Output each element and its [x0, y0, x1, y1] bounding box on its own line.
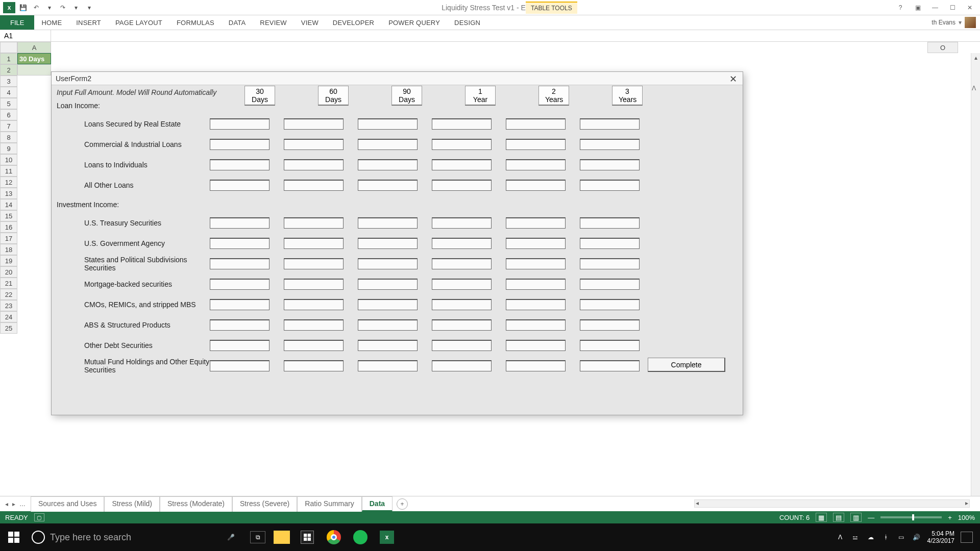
task-view-icon[interactable]: ⧉	[250, 531, 265, 543]
amount-input[interactable]	[580, 299, 640, 310]
user-name[interactable]: th Evans	[932, 19, 955, 26]
row-header[interactable]: 23	[0, 300, 17, 311]
row-header[interactable]: 19	[0, 255, 17, 266]
action-center-icon[interactable]	[961, 532, 973, 543]
amount-input[interactable]	[358, 299, 418, 310]
amount-input[interactable]	[432, 180, 492, 191]
row-header[interactable]: 10	[0, 154, 17, 165]
user-avatar[interactable]	[965, 17, 976, 28]
amount-input[interactable]	[432, 340, 492, 351]
collapse-ribbon-icon[interactable]: ᐱ	[969, 84, 978, 93]
amount-input[interactable]	[506, 299, 566, 310]
row-header[interactable]: 2	[0, 64, 17, 76]
row-header[interactable]: 7	[0, 120, 17, 132]
bluetooth-icon[interactable]: ᚼ	[881, 533, 891, 542]
zoom-out-icon[interactable]: —	[868, 514, 874, 521]
sheet-tab[interactable]: Stress (Moderate)	[160, 496, 232, 512]
amount-input[interactable]	[580, 319, 640, 331]
volume-icon[interactable]: 🔊	[912, 533, 921, 542]
amount-input[interactable]	[580, 118, 640, 130]
sheet-tab[interactable]: Ratio Summary	[297, 496, 361, 512]
amount-input[interactable]	[284, 360, 344, 371]
amount-input[interactable]	[358, 238, 418, 249]
start-button[interactable]	[0, 523, 28, 551]
amount-input[interactable]	[210, 238, 270, 249]
hscroll-left-icon[interactable]: ◂	[696, 499, 699, 507]
ribbon-tab-data[interactable]: DATA	[222, 16, 253, 30]
help-icon[interactable]: ?	[893, 2, 908, 13]
amount-input[interactable]	[210, 340, 270, 351]
amount-input[interactable]	[210, 159, 270, 170]
ribbon-tab-insert[interactable]: INSERT	[69, 16, 108, 30]
amount-input[interactable]	[432, 319, 492, 331]
zoom-level[interactable]: 100%	[958, 514, 975, 521]
select-all-corner[interactable]	[0, 42, 17, 53]
store-icon[interactable]	[298, 528, 316, 546]
scroll-up-icon[interactable]: ▴	[971, 53, 980, 62]
row-header[interactable]: 9	[0, 143, 17, 154]
tab-nav-menu-icon[interactable]: …	[19, 500, 26, 508]
amount-input[interactable]	[210, 279, 270, 290]
ribbon-tab-formulas[interactable]: FORMULAS	[169, 16, 222, 30]
row-header[interactable]: 15	[0, 210, 17, 221]
amount-input[interactable]	[284, 139, 344, 150]
amount-input[interactable]	[358, 159, 418, 170]
column-header-o[interactable]: O	[927, 42, 958, 53]
add-sheet-icon[interactable]: +	[397, 498, 408, 510]
amount-input[interactable]	[358, 180, 418, 191]
amount-input[interactable]	[284, 238, 344, 249]
row-header[interactable]: 18	[0, 244, 17, 255]
amount-input[interactable]	[284, 159, 344, 170]
row-header[interactable]: 8	[0, 132, 17, 143]
amount-input[interactable]	[432, 159, 492, 170]
amount-input[interactable]	[580, 340, 640, 351]
spotify-icon[interactable]	[351, 528, 370, 546]
ribbon-tab-pagelayout[interactable]: PAGE LAYOUT	[108, 16, 169, 30]
redo-icon[interactable]: ↷	[57, 2, 68, 13]
vertical-scrollbar[interactable]: ▴	[971, 53, 980, 496]
tab-nav-prev-icon[interactable]: ◂	[5, 500, 8, 508]
view-pagebreak-icon[interactable]: ▥	[850, 513, 862, 522]
amount-input[interactable]	[284, 217, 344, 229]
file-tab[interactable]: FILE	[0, 15, 34, 30]
amount-input[interactable]	[284, 258, 344, 269]
amount-input[interactable]	[284, 319, 344, 331]
onedrive-icon[interactable]: ☁	[866, 533, 875, 542]
worksheet-area[interactable]: A O 123456789101112131415161718192021222…	[0, 42, 980, 496]
ribbon-display-icon[interactable]: ▣	[911, 2, 925, 13]
amount-input[interactable]	[432, 279, 492, 290]
ribbon-tab-powerquery[interactable]: POWER QUERY	[381, 16, 447, 30]
amount-input[interactable]	[284, 279, 344, 290]
redo-menu-icon[interactable]: ▾	[70, 2, 82, 13]
amount-input[interactable]	[358, 217, 418, 229]
hscroll-right-icon[interactable]: ▸	[965, 499, 968, 507]
horizontal-scrollbar[interactable]: ◂ ▸	[694, 499, 970, 508]
amount-input[interactable]	[284, 118, 344, 130]
view-normal-icon[interactable]: ▦	[816, 513, 827, 522]
ribbon-tab-developer[interactable]: DEVELOPER	[326, 16, 381, 30]
zoom-slider[interactable]	[880, 516, 942, 518]
cell-a2[interactable]	[17, 64, 51, 76]
amount-input[interactable]	[580, 139, 640, 150]
amount-input[interactable]	[506, 238, 566, 249]
minimize-icon[interactable]: —	[928, 2, 942, 13]
amount-input[interactable]	[580, 258, 640, 269]
ribbon-tab-design[interactable]: DESIGN	[447, 16, 487, 30]
tray-chevron-icon[interactable]: ᐱ	[836, 533, 845, 542]
sheet-tab[interactable]: Data	[362, 496, 393, 512]
row-header[interactable]: 13	[0, 188, 17, 199]
amount-input[interactable]	[210, 139, 270, 150]
row-header[interactable]: 24	[0, 311, 17, 322]
battery-icon[interactable]: ▭	[897, 533, 906, 542]
amount-input[interactable]	[210, 118, 270, 130]
complete-button[interactable]: Complete	[648, 358, 725, 372]
amount-input[interactable]	[358, 340, 418, 351]
amount-input[interactable]	[506, 159, 566, 170]
wifi-icon[interactable]: ⚍	[851, 533, 860, 542]
amount-input[interactable]	[506, 340, 566, 351]
amount-input[interactable]	[210, 299, 270, 310]
row-header[interactable]: 25	[0, 322, 17, 334]
row-header[interactable]: 5	[0, 98, 17, 109]
amount-input[interactable]	[580, 159, 640, 170]
excel-taskbar-icon[interactable]: x	[378, 528, 396, 546]
